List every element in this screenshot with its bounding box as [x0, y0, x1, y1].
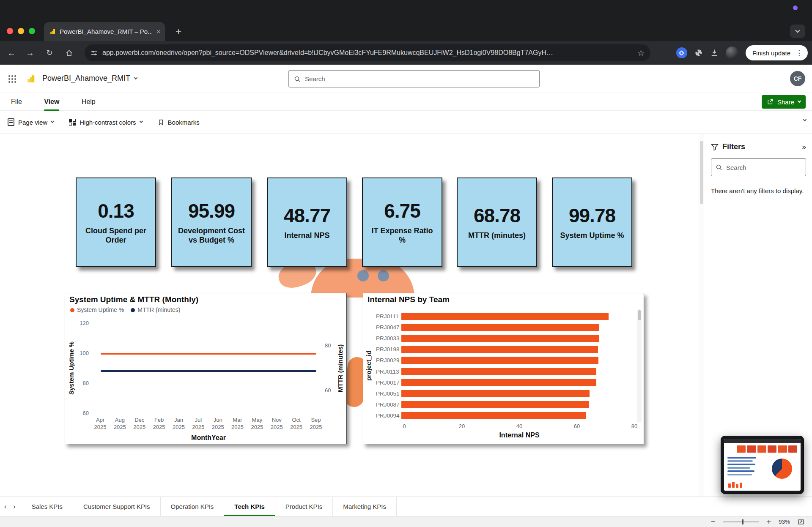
nps-bar[interactable]	[401, 379, 596, 386]
nps-bar[interactable]	[401, 412, 586, 419]
y-tick: 80	[72, 380, 89, 386]
bar-row: PRJ0017	[376, 377, 634, 388]
menu-item-label: View	[44, 98, 59, 106]
nps-bar[interactable]	[401, 346, 598, 353]
kpi-card[interactable]: 48.77 Internal NPS	[267, 177, 347, 267]
kpi-card[interactable]: 68.78 MTTR (minutes)	[457, 177, 537, 267]
forward-button[interactable]: →	[22, 45, 38, 61]
bar-category-label: PRJ0094	[376, 412, 401, 419]
window-close-button[interactable]	[7, 28, 13, 34]
site-settings-icon[interactable]	[91, 49, 98, 57]
user-avatar[interactable]: CF	[790, 71, 805, 86]
line-chart-uptime-mttr[interactable]: System Uptime & MTTR (Monthly) System Up…	[65, 293, 347, 444]
nps-bar[interactable]	[401, 324, 599, 331]
collapse-panel-icon[interactable]: »	[802, 143, 806, 151]
waffle-menu-icon[interactable]	[8, 75, 10, 77]
kpi-value: 68.78	[474, 204, 520, 227]
address-bar[interactable]: app.powerbi.com/onedrive/open?pbi_source…	[85, 44, 650, 61]
extensions-puzzle-icon[interactable]	[694, 49, 703, 57]
preview-thumbnail-window[interactable]	[721, 436, 804, 494]
high-contrast-dropdown[interactable]: High-contrast colors	[69, 119, 142, 126]
finish-update-button[interactable]: Finish update ⋮	[746, 45, 808, 60]
extension-icon-blue[interactable]	[676, 47, 687, 58]
bookmark-star-icon[interactable]: ☆	[637, 48, 645, 58]
search-input[interactable]	[305, 75, 534, 82]
powerbi-logo[interactable]	[27, 75, 35, 83]
canvas-scrollbar-thumb[interactable]	[700, 141, 703, 204]
reload-button[interactable]: ↻	[41, 45, 58, 61]
report-title[interactable]: PowerBI_Ahamove_RMIT	[42, 74, 137, 83]
x-tick: Mar 2025	[228, 417, 247, 431]
tabs-prev-arrow[interactable]: ‹	[4, 503, 6, 511]
zoom-slider-thumb[interactable]	[742, 519, 743, 524]
menu-item[interactable]: Help	[82, 93, 96, 111]
home-button[interactable]	[61, 45, 77, 61]
filters-search-box[interactable]	[711, 158, 806, 176]
nps-bar[interactable]	[401, 357, 598, 364]
powerbi-favicon	[49, 28, 56, 35]
bottom-tab[interactable]: Product KPIs	[275, 497, 333, 516]
browser-tab[interactable]: PowerBI_Ahamove_RMIT – Po... ×	[44, 22, 165, 41]
window-minimize-button[interactable]	[18, 28, 24, 34]
bottom-tab-label: Product KPIs	[285, 503, 323, 510]
canvas-scrollbar[interactable]	[699, 134, 704, 497]
nps-bar[interactable]	[401, 401, 589, 408]
page-view-dropdown[interactable]: Page view	[8, 118, 54, 126]
bottom-tab[interactable]: Tech KPIs	[224, 497, 275, 516]
menu-item[interactable]: File	[11, 93, 22, 111]
uptime-line[interactable]	[101, 353, 316, 355]
x-tick: 20	[453, 423, 470, 429]
chart-scrollbar-thumb[interactable]	[638, 310, 641, 320]
zoom-in-button[interactable]: +	[767, 518, 771, 526]
tab-search-chevron-button[interactable]	[790, 25, 805, 38]
filters-search-input[interactable]	[726, 164, 801, 171]
nps-bar[interactable]	[401, 313, 609, 320]
app-search-box[interactable]	[288, 70, 540, 87]
tabs-next-arrow[interactable]: ›	[13, 503, 15, 511]
bar-category-label: PRJ0198	[376, 346, 401, 352]
kpi-card[interactable]: 6.75 IT Expense Ratio %	[362, 177, 442, 267]
x-axis-title: Internal NPS	[404, 431, 634, 439]
bottom-tab[interactable]: Marketing KPIs	[333, 497, 397, 516]
bar-category-label: PRJ0087	[376, 401, 401, 408]
back-button[interactable]: ←	[3, 45, 19, 61]
zoom-slider[interactable]	[723, 522, 759, 522]
zoom-out-button[interactable]: −	[711, 518, 715, 526]
x-axis-title: MonthYear	[101, 434, 316, 442]
bookmark-icon	[158, 119, 164, 126]
bar-row: PRJ0029	[376, 355, 634, 366]
tab-close-icon[interactable]: ×	[156, 28, 161, 35]
downloads-icon[interactable]	[710, 49, 719, 57]
chart-scrollbar[interactable]	[637, 309, 642, 423]
mttr-line[interactable]	[101, 370, 316, 372]
kebab-menu-icon[interactable]: ⋮	[794, 49, 804, 57]
url-text[interactable]: app.powerbi.com/onedrive/open?pbi_source…	[102, 49, 633, 57]
chevron-down-icon	[798, 99, 801, 103]
bottom-tab[interactable]: Customer Support KPIs	[73, 497, 161, 516]
bottom-tab[interactable]: Sales KPIs	[22, 497, 73, 516]
bookmarks-button[interactable]: Bookmarks	[158, 119, 200, 126]
nps-bar[interactable]	[401, 368, 596, 375]
kpi-card[interactable]: 0.13 Cloud Spend per Order	[76, 177, 156, 267]
share-button[interactable]: Share	[762, 95, 806, 109]
nps-bar[interactable]	[401, 390, 590, 397]
bar-row: PRJ0113	[376, 366, 634, 377]
ribbon-collapse-chevron[interactable]	[803, 118, 807, 121]
kpi-card[interactable]: 95.99 Development Cost vs Budget %	[171, 177, 252, 267]
chevron-down-icon[interactable]	[134, 76, 137, 79]
browser-profile-avatar[interactable]	[726, 46, 738, 59]
fit-to-page-icon[interactable]	[798, 519, 804, 525]
kpi-card[interactable]: 99.78 System Uptime %	[552, 177, 632, 267]
x-tick: Oct 2025	[287, 417, 306, 431]
bar-chart-internal-nps[interactable]: Internal NPS by Team project_id PRJ0111 …	[363, 293, 644, 444]
window-zoom-button[interactable]	[29, 28, 35, 34]
bottom-tab[interactable]: Operation KPIs	[161, 497, 225, 516]
share-icon	[767, 98, 774, 105]
chevron-down-icon	[795, 28, 800, 33]
nps-bar[interactable]	[401, 335, 599, 342]
share-label: Share	[777, 98, 794, 106]
new-tab-button[interactable]: +	[172, 25, 185, 38]
menu-item[interactable]: View	[44, 93, 59, 111]
bar-category-label: PRJ0111	[376, 313, 401, 319]
home-icon	[65, 49, 73, 57]
